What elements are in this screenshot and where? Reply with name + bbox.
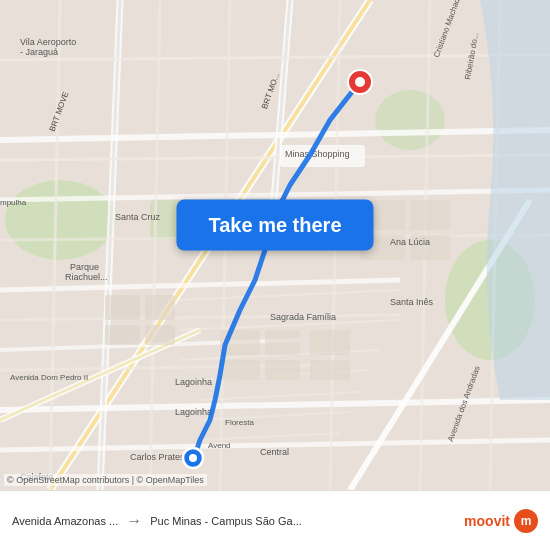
svg-text:Riachuel...: Riachuel... [65, 272, 108, 282]
svg-point-1 [5, 180, 115, 260]
svg-rect-38 [105, 295, 140, 320]
map-container: Vila Aeroporto - Jaraguá BRT MOVE Santa … [0, 0, 550, 490]
svg-rect-43 [265, 330, 300, 355]
svg-text:- Jaraguá: - Jaraguá [20, 47, 58, 57]
route-arrow-icon: → [126, 512, 142, 530]
svg-text:Carlos Prates: Carlos Prates [130, 452, 185, 462]
svg-rect-39 [145, 295, 175, 320]
svg-text:Vila Aeroporto: Vila Aeroporto [20, 37, 76, 47]
svg-text:Parque: Parque [70, 262, 99, 272]
moovit-text: moovit [464, 513, 510, 529]
svg-text:Sagrada Família: Sagrada Família [270, 312, 336, 322]
svg-text:mpulha: mpulha [0, 198, 27, 207]
svg-rect-46 [310, 330, 350, 355]
route-from-label: Avenida Amazonas ... [12, 515, 118, 527]
svg-text:Floresta: Floresta [225, 418, 254, 427]
svg-text:Santa Inês: Santa Inês [390, 297, 434, 307]
svg-rect-47 [310, 360, 350, 380]
svg-text:Ana Lúcia: Ana Lúcia [390, 237, 430, 247]
svg-text:Lagoinha: Lagoinha [175, 377, 212, 387]
svg-rect-40 [105, 325, 140, 345]
svg-rect-49 [410, 200, 450, 230]
svg-rect-41 [145, 325, 175, 345]
svg-rect-45 [265, 360, 300, 380]
moovit-logo: moovit m [464, 509, 538, 533]
svg-text:Minas Shopping: Minas Shopping [285, 149, 350, 159]
svg-rect-44 [220, 360, 260, 380]
svg-text:Lagoinha: Lagoinha [175, 407, 212, 417]
bottom-bar: Avenida Amazonas ... → Puc Minas - Campu… [0, 490, 550, 550]
route-to-label: Puc Minas - Campus São Ga... [150, 515, 302, 527]
map-copyright: © OpenStreetMap contributors | © OpenMap… [4, 474, 207, 486]
svg-point-78 [189, 454, 197, 462]
svg-text:Santa Cruz: Santa Cruz [115, 212, 161, 222]
svg-text:Avend: Avend [208, 441, 231, 450]
svg-text:Avenida Dom Pedro II: Avenida Dom Pedro II [10, 373, 88, 382]
route-info: Avenida Amazonas ... → Puc Minas - Campu… [12, 512, 464, 530]
take-me-there-button[interactable]: Take me there [176, 200, 373, 251]
svg-point-76 [355, 77, 365, 87]
moovit-icon: m [514, 509, 538, 533]
svg-text:Central: Central [260, 447, 289, 457]
svg-point-3 [375, 90, 445, 150]
